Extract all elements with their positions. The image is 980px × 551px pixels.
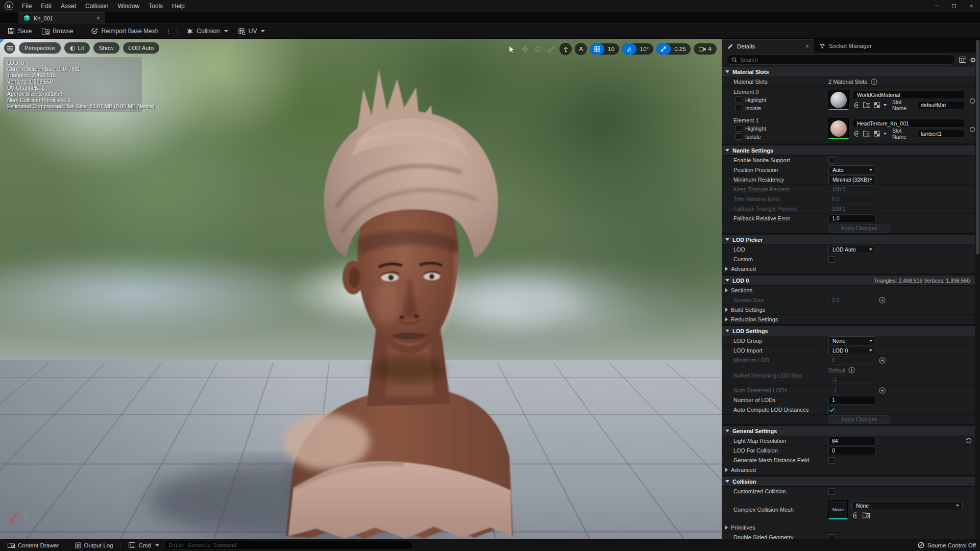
property-input[interactable]: 1.0	[828, 214, 875, 223]
property-dropdown[interactable]: None	[828, 336, 875, 345]
reimport-options-icon[interactable]: ⋮	[164, 28, 173, 35]
highlight-checkbox[interactable]	[736, 125, 742, 132]
slot-name-input[interactable]: lambert1	[917, 130, 964, 138]
world-local-gizmo-button[interactable]	[559, 43, 572, 55]
search-box[interactable]	[726, 55, 955, 65]
maximize-button[interactable]	[945, 0, 963, 12]
reset-to-default-button[interactable]	[966, 438, 972, 444]
menu-item-collision[interactable]: Collision	[81, 1, 113, 11]
console-command-box[interactable]	[165, 541, 412, 549]
menu-item-help[interactable]: Help	[167, 1, 189, 11]
reimport-button[interactable]: Reimport Base Mesh	[86, 26, 163, 37]
property-checkbox[interactable]	[828, 534, 835, 539]
unreal-logo-icon[interactable]: u	[0, 0, 17, 12]
property-input[interactable]: 64	[828, 437, 875, 445]
uv-button[interactable]: UV	[234, 26, 270, 37]
browse-to-asset-icon[interactable]	[863, 102, 870, 108]
browse-to-asset-icon[interactable]	[863, 131, 870, 137]
property-checkbox[interactable]	[828, 157, 835, 164]
section-header-lod-0[interactable]: LOD 0Triangles: 2,498,516 Vertices: 1,39…	[722, 276, 975, 286]
section-header-nanite-settings[interactable]: Nanite Settings	[722, 145, 975, 156]
section-header-lod-settings[interactable]: LOD Settings	[722, 326, 975, 336]
tab-socket-manager[interactable]: Socket Manager	[814, 39, 877, 53]
isolate-checkbox[interactable]	[736, 133, 742, 140]
surface-snapping-button[interactable]	[575, 43, 587, 55]
camera-speed-control[interactable]: 4	[694, 43, 717, 55]
save-button[interactable]: Save	[3, 26, 36, 37]
property-dropdown[interactable]: LOD Auto	[828, 245, 875, 254]
menu-item-edit[interactable]: Edit	[36, 1, 56, 11]
browse-button[interactable]: Browse	[37, 26, 78, 37]
tab-kn-001[interactable]: Kn_001 ×	[18, 12, 105, 23]
perspective-button[interactable]: Perspective	[19, 42, 61, 54]
add-material-slot-button[interactable]	[871, 79, 877, 85]
use-selected-asset-icon[interactable]	[851, 512, 858, 518]
viewport-3d[interactable]: Perspective ◐ Lit Show LOD Auto LOD: 0Cu…	[0, 39, 722, 542]
property-checkbox[interactable]	[828, 407, 835, 413]
menu-item-asset[interactable]: Asset	[56, 1, 81, 11]
content-drawer-button[interactable]: Content Drawer	[3, 541, 64, 550]
add-override-icon[interactable]	[879, 297, 886, 304]
rotation-snap-toggle[interactable]: 10°	[622, 43, 653, 55]
property-input[interactable]: 0	[828, 446, 875, 455]
use-selected-asset-icon[interactable]	[853, 131, 860, 137]
menu-item-window[interactable]: Window	[113, 1, 144, 11]
menu-item-tools[interactable]: Tools	[144, 1, 167, 11]
property-dropdown[interactable]: LOD 0	[828, 346, 875, 355]
menu-item-file[interactable]: File	[17, 1, 36, 11]
collapsed-row-build-settings[interactable]: Build Settings	[722, 305, 975, 315]
display-filter-icon[interactable]	[959, 57, 966, 63]
lod-auto-button[interactable]: LOD Auto	[123, 42, 160, 54]
collision-mesh-dropdown[interactable]: None	[851, 501, 963, 510]
highlight-checkbox[interactable]	[736, 96, 742, 103]
material-asset-dropdown[interactable]: HeadTexture_Kn_001	[853, 119, 964, 128]
grid-snap-value[interactable]: 10	[604, 46, 619, 52]
grid-snap-toggle[interactable]: 10	[590, 43, 619, 55]
material-options-icon[interactable]	[874, 131, 880, 137]
collapsed-row-primitives[interactable]: Primitives	[722, 523, 975, 533]
scale-snap-value[interactable]: 0.25	[671, 46, 690, 52]
show-menu-button[interactable]: Show	[93, 42, 119, 54]
collision-button[interactable]: Collision	[182, 26, 232, 37]
lit-mode-button[interactable]: ◐ Lit	[64, 42, 90, 54]
scale-snap-toggle[interactable]: 0.25	[656, 43, 690, 55]
details-tab-close-icon[interactable]: ×	[805, 43, 809, 50]
cmd-selector-button[interactable]: Cmd	[124, 541, 163, 550]
property-checkbox[interactable]	[828, 256, 835, 263]
tab-details[interactable]: Details ×	[722, 39, 814, 53]
search-input[interactable]	[740, 57, 950, 63]
collapsed-row-advanced[interactable]: Advanced	[722, 264, 975, 274]
add-override-icon[interactable]	[848, 367, 855, 373]
collision-mesh-thumbnail[interactable]: None	[828, 500, 848, 519]
section-header-lod-picker[interactable]: LOD Picker	[722, 235, 975, 245]
material-thumbnail[interactable]	[828, 90, 849, 110]
rotate-tool-icon[interactable]	[533, 44, 543, 54]
select-tool-icon[interactable]	[506, 44, 517, 54]
slot-name-input[interactable]: defaultMat	[917, 101, 964, 109]
collapsed-row-advanced[interactable]: Advanced	[722, 465, 975, 475]
gear-icon[interactable]: ⚙	[970, 56, 976, 64]
details-scrollbar[interactable]	[976, 40, 979, 254]
isolate-checkbox[interactable]	[736, 105, 742, 111]
rotation-snap-value[interactable]: 10°	[636, 46, 653, 52]
section-header-material-slots[interactable]: Material Slots	[722, 67, 975, 77]
property-checkbox[interactable]	[828, 488, 835, 495]
collapsed-row-reduction-settings[interactable]: Reduction Settings	[722, 315, 975, 324]
tab-close-icon[interactable]: ×	[96, 15, 100, 22]
property-input[interactable]: 1	[828, 396, 875, 405]
material-thumbnail[interactable]	[828, 118, 849, 139]
source-control-status[interactable]: Source Control Off	[918, 542, 976, 548]
property-dropdown[interactable]: Auto	[828, 165, 875, 174]
add-override-icon[interactable]	[879, 357, 886, 364]
move-tool-icon[interactable]	[520, 44, 530, 54]
section-header-general-settings[interactable]: General Settings	[722, 426, 975, 436]
minimize-button[interactable]	[928, 0, 945, 12]
material-asset-dropdown[interactable]: WorldGridMaterial	[853, 90, 964, 99]
scale-tool-icon[interactable]	[546, 44, 556, 54]
browse-to-asset-icon[interactable]	[863, 512, 870, 518]
output-log-button[interactable]: Output Log	[70, 541, 118, 550]
console-command-input[interactable]	[169, 542, 408, 548]
material-options-icon[interactable]	[874, 102, 880, 108]
property-dropdown[interactable]: Minimal (32KB)	[828, 175, 875, 184]
close-window-button[interactable]: ×	[963, 0, 980, 12]
